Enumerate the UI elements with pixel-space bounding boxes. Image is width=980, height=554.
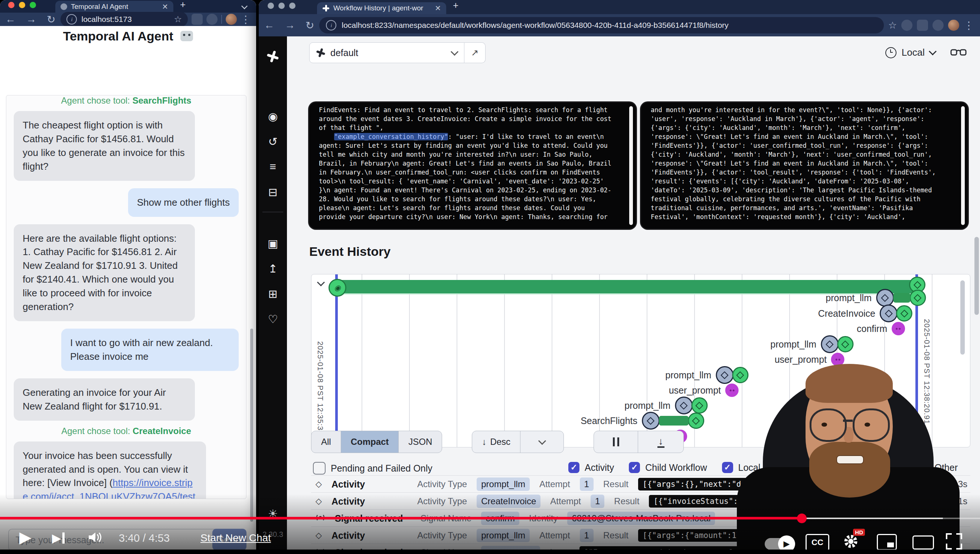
task-queues-layers-icon[interactable]: ≡ [259, 161, 287, 173]
code-scrollbar[interactable] [961, 106, 965, 225]
timeline-event[interactable]: SearchFlights [581, 412, 704, 430]
timeline-event[interactable]: confirm [857, 322, 905, 335]
profile-avatar[interactable] [948, 20, 959, 31]
start-new-chat-link[interactable]: Start New Chat [200, 532, 271, 544]
forward-icon[interactable]: → [26, 13, 37, 25]
next-video-button[interactable]: ▶ [52, 531, 65, 545]
agent-message: The cheapest flight option is with Catha… [14, 111, 195, 181]
robot-emoji-icon [180, 31, 193, 41]
traffic-lights[interactable] [268, 3, 300, 10]
play-button[interactable]: ▶ [19, 528, 31, 546]
left-eye [821, 423, 827, 427]
volume-icon[interactable] [87, 531, 103, 545]
timeline-event[interactable]: prompt_llm [826, 289, 926, 307]
traffic-lights[interactable] [8, 2, 40, 10]
open-namespace-external-button[interactable]: ↗ [465, 42, 485, 63]
miniplayer-button[interactable] [877, 534, 897, 550]
theater-mode-button[interactable] [912, 535, 934, 549]
profile-avatar[interactable] [226, 14, 237, 25]
address-bar[interactable]: i localhost:8233/namespaces/default/work… [319, 17, 883, 33]
zoom-window-button[interactable] [289, 3, 296, 9]
namespace-selector[interactable]: default [309, 42, 465, 63]
workflows-eye-icon[interactable]: ◉ [259, 110, 287, 123]
view-all-tab[interactable]: All [312, 431, 341, 453]
back-icon[interactable]: ← [5, 13, 16, 25]
view-compact-tab[interactable]: Compact [341, 431, 399, 453]
new-tab-button[interactable]: + [453, 0, 458, 11]
download-button[interactable]: ↓ [638, 431, 683, 453]
local-activity-checkbox[interactable]: ✓ [722, 462, 733, 473]
extensions-puzzle-icon[interactable] [932, 20, 943, 31]
sort-options-chevron[interactable] [520, 431, 563, 453]
extension-c-icon[interactable] [191, 14, 203, 25]
closed-captions-button[interactable]: CC [805, 534, 829, 551]
temporal-logo-icon[interactable] [259, 51, 287, 65]
minimize-window-button[interactable] [278, 3, 285, 9]
zoom-window-button[interactable] [30, 2, 36, 8]
video-progress-buffered[interactable] [802, 517, 943, 519]
extensions-puzzle-icon[interactable] [207, 14, 218, 25]
child-workflow-checkbox[interactable]: ✓ [629, 462, 640, 473]
new-tab-button[interactable]: + [180, 0, 186, 10]
favorites-heart-icon[interactable]: ♡ [259, 313, 287, 326]
import-upload-icon[interactable]: ↥ [259, 262, 287, 275]
settings-gear-icon[interactable]: HD [842, 532, 860, 552]
chat-message-list[interactable]: Agent chose tool: SearchFlights The chea… [6, 95, 247, 499]
tab-workflow-history[interactable]: Workflow History | agent-wor ✕ [317, 2, 446, 14]
address-bar[interactable]: i localhost:5173 ☆ [60, 12, 188, 27]
page-scrollbar[interactable] [974, 237, 979, 315]
video-progress-played[interactable] [0, 517, 802, 519]
timezone-selector[interactable]: Local [885, 47, 935, 58]
tab-search-chevron-icon[interactable] [241, 3, 248, 9]
view-json-tab[interactable]: JSON [399, 431, 442, 453]
left-toolbar: ← → ↻ i localhost:5173 ☆ ⋮ [0, 13, 256, 26]
data-encoder-glasses-icon[interactable] [950, 48, 967, 59]
schedules-clock-icon[interactable]: ↺ [259, 135, 287, 148]
back-icon[interactable]: ← [264, 19, 274, 31]
fullscreen-button[interactable] [946, 533, 962, 549]
timeline-event[interactable]: CreateInvoice [818, 304, 912, 322]
highlighted-token: "example_conversation_history" [334, 133, 448, 140]
pause-button[interactable] [594, 431, 638, 453]
video-progress-scrubber[interactable] [797, 514, 807, 523]
activity-label: Activity [585, 462, 614, 473]
close-tab-icon[interactable]: ✕ [162, 2, 168, 11]
bookmark-star-icon[interactable]: ☆ [174, 14, 182, 24]
url-text: localhost:5173 [81, 15, 174, 24]
workflow-input-code-right[interactable]: and month you're interested in for the e… [641, 102, 968, 229]
namespaces-cube-icon[interactable]: ▣ [259, 237, 287, 250]
activity-checkbox[interactable]: ✓ [568, 462, 579, 473]
video-progress-remaining[interactable] [943, 517, 980, 519]
timeline-event[interactable]: user_prompt [669, 384, 739, 397]
reload-icon[interactable]: ↻ [305, 19, 314, 32]
minimize-window-button[interactable] [19, 2, 25, 8]
timeline-scrollbar[interactable] [960, 280, 965, 355]
workflow-start-node[interactable]: ◉ [329, 279, 346, 297]
timeline-event[interactable]: prompt_llm [665, 366, 748, 384]
sidebar-divider [262, 212, 283, 212]
workflow-input-code-left[interactable]: FindEvents: Find an event to travel to 2… [309, 102, 636, 229]
chat-scrollbar[interactable] [250, 329, 253, 522]
close-window-button[interactable] [8, 2, 14, 8]
page-title: Temporal AI Agent [0, 29, 256, 43]
right-tab-bar: Workflow History | agent-wor ✕ + [259, 0, 980, 14]
site-info-icon[interactable]: i [67, 14, 77, 24]
sort-desc-button[interactable]: ↓Desc [472, 431, 520, 453]
site-info-icon[interactable]: i [326, 20, 336, 30]
extension-c-icon[interactable] [917, 20, 928, 31]
archive-box-icon[interactable]: ⊟ [259, 186, 287, 199]
close-tab-icon[interactable]: ✕ [435, 4, 441, 13]
code-scrollbar[interactable] [629, 106, 633, 225]
bookmark-star-icon[interactable]: ☆ [888, 20, 897, 31]
extension-icon[interactable] [901, 20, 912, 31]
pending-failed-checkbox[interactable] [313, 462, 326, 474]
menu-kebab-icon[interactable]: ⋮ [964, 19, 974, 32]
reload-icon[interactable]: ↻ [47, 13, 55, 25]
forward-icon[interactable]: → [285, 19, 295, 31]
feedback-window-icon[interactable]: ⊞ [259, 287, 287, 300]
tab-temporal-ai-agent[interactable]: Temporal AI Agent ✕ [55, 1, 173, 13]
close-window-button[interactable] [268, 3, 274, 9]
timeline-collapse-chevron-icon[interactable] [317, 279, 325, 286]
menu-kebab-icon[interactable]: ⋮ [240, 13, 251, 25]
video-letterbox [0, 549, 980, 554]
